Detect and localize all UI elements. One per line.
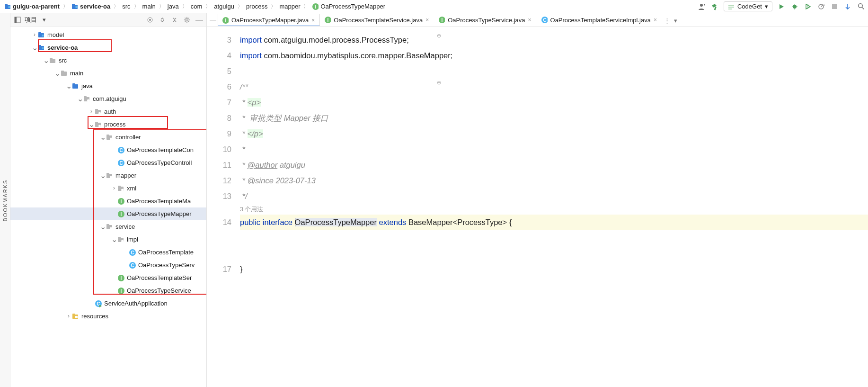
line-number[interactable] — [207, 204, 231, 215]
line-number[interactable]: 3 — [207, 32, 231, 48]
breadcrumb-item[interactable]: java — [166, 2, 180, 10]
chevron-down-icon[interactable]: ⌄ — [99, 220, 106, 233]
gear-icon[interactable] — [183, 16, 191, 24]
line-number[interactable]: 14 — [207, 215, 231, 230]
line-number[interactable]: 10 — [207, 142, 231, 157]
tree-item[interactable]: ›auth — [10, 105, 206, 118]
stop-icon[interactable] — [830, 2, 839, 11]
tree-item[interactable]: ⌄java — [10, 80, 206, 92]
tree-item[interactable]: ⌄process — [10, 118, 206, 131]
tree-item[interactable]: COaProcessTypeControll — [10, 156, 206, 169]
editor-tab[interactable]: COaProcessTemplateServiceImpl.java× — [537, 14, 662, 26]
editor-tab[interactable]: IOaProcessTemplateService.java× — [320, 14, 434, 26]
collapse-all-icon[interactable] — [170, 16, 179, 24]
tree-item[interactable]: ›xml — [10, 182, 206, 195]
fold-toggle-icon[interactable]: ⊖ — [435, 79, 442, 86]
close-tab-icon[interactable]: × — [654, 17, 657, 23]
breadcrumb-item[interactable]: guigu-oa-parent — [3, 2, 61, 10]
tree-item[interactable]: COaProcessTypeServ — [10, 259, 206, 271]
tree-item[interactable]: ⌄impl — [10, 233, 206, 246]
search-icon[interactable] — [857, 2, 865, 11]
tree-item[interactable]: ⌄src — [10, 54, 206, 67]
close-tab-icon[interactable]: × — [311, 17, 315, 24]
select-opened-file-icon[interactable] — [146, 16, 154, 24]
breadcrumb-item[interactable]: IOaProcessTypeMapper — [310, 2, 387, 10]
breadcrumb-item[interactable]: process — [245, 2, 269, 10]
line-number[interactable]: 6 — [207, 79, 231, 95]
project-tree[interactable]: ›model⌄service-oa⌄src⌄main⌄java⌄com.atgu… — [10, 27, 206, 387]
tree-item[interactable]: ›model — [10, 28, 206, 41]
editor-tab[interactable]: IOaProcessTypeMapper.java× — [218, 14, 320, 26]
close-tab-icon[interactable]: × — [528, 17, 531, 23]
line-number[interactable] — [207, 241, 231, 251]
debug-icon[interactable] — [790, 2, 799, 11]
breadcrumb-item[interactable]: main — [141, 2, 157, 10]
chevron-down-icon[interactable]: ▾ — [40, 16, 48, 24]
profiler-icon[interactable]: ▾ — [817, 2, 825, 11]
chevron-right-icon[interactable]: › — [31, 28, 38, 41]
tree-item[interactable]: ›resources — [10, 310, 206, 323]
line-number[interactable]: 4 — [207, 48, 231, 63]
breadcrumb-item[interactable]: service-oa — [70, 2, 112, 10]
line-number[interactable]: 5 — [207, 63, 231, 79]
chevron-down-icon[interactable]: ⌄ — [99, 169, 106, 182]
chevron-down-icon[interactable]: ⌄ — [54, 67, 61, 80]
tree-item[interactable]: COaProcessTemplate — [10, 246, 206, 259]
project-view-icon[interactable] — [13, 16, 22, 24]
hide-panel-icon[interactable]: — — [195, 16, 204, 24]
code-area[interactable]: import com.atguigu.model.process.Process… — [240, 27, 868, 387]
line-number[interactable]: 9 — [207, 126, 231, 142]
user-icon[interactable]: ▾ — [697, 2, 706, 11]
expand-all-icon[interactable] — [158, 16, 167, 24]
line-number[interactable]: 17 — [207, 261, 231, 277]
line-number[interactable]: 8 — [207, 110, 231, 126]
editor-tab[interactable]: IOaProcessTypeService.java× — [434, 14, 536, 26]
line-number[interactable]: 11 — [207, 157, 231, 173]
usage-hint[interactable]: 3 个用法 — [240, 204, 868, 215]
chevron-down-icon[interactable]: ⌄ — [65, 80, 72, 92]
line-number[interactable]: 12 — [207, 173, 231, 189]
tree-item[interactable]: IOaProcessTemplateMa — [10, 195, 206, 207]
chevron-down-icon[interactable]: ⌄ — [43, 54, 49, 67]
breadcrumb-item[interactable]: mapper — [278, 2, 301, 10]
chevron-down-icon[interactable]: ⌄ — [99, 131, 106, 144]
tree-item[interactable]: ⌄controller — [10, 131, 206, 144]
run-config-combo[interactable]: CodeGet ▾ — [724, 1, 772, 11]
close-tab-icon[interactable]: × — [425, 17, 429, 23]
chevron-down-icon[interactable]: ⌄ — [31, 41, 38, 54]
tree-item[interactable]: ⌄service-oa — [10, 41, 206, 54]
chevron-right-icon[interactable]: › — [65, 310, 72, 323]
line-number[interactable] — [207, 230, 231, 241]
tree-item[interactable]: IOaProcessTypeService — [10, 284, 206, 297]
line-number[interactable] — [207, 251, 231, 261]
line-number[interactable]: 7 — [207, 95, 231, 110]
tree-item[interactable]: IOaProcessTypeMapper — [10, 207, 206, 220]
breadcrumb-item[interactable]: atguigu — [213, 2, 236, 10]
chevron-down-icon[interactable]: ⌄ — [77, 92, 83, 105]
breadcrumb-item[interactable]: com — [189, 2, 204, 10]
hammer-build-icon[interactable] — [710, 2, 719, 11]
hide-tabs-icon[interactable]: — — [208, 13, 218, 26]
vcs-update-icon[interactable] — [843, 2, 852, 11]
breadcrumb-item[interactable]: src — [121, 2, 132, 10]
run-icon[interactable] — [777, 2, 786, 11]
editor-gutter[interactable]: 3456789101112131417 — [207, 27, 240, 387]
coverage-icon[interactable] — [804, 2, 812, 11]
fold-toggle-icon[interactable]: ⊖ — [435, 219, 442, 226]
fold-toggle-icon[interactable]: ⊖ — [435, 32, 442, 39]
left-tool-strip[interactable]: BOOKMARKS — [0, 13, 10, 387]
line-number[interactable]: 13 — [207, 189, 231, 204]
chevron-right-icon[interactable]: › — [88, 105, 95, 118]
tree-item[interactable]: ⌄main — [10, 67, 206, 80]
tree-item[interactable]: ⌄com.atguigu — [10, 92, 206, 105]
tree-item[interactable]: COaProcessTemplateCon — [10, 144, 206, 156]
tabs-dropdown-icon[interactable]: ▾ — [672, 15, 679, 26]
tree-item[interactable]: ⌄service — [10, 220, 206, 233]
tree-item[interactable]: ⌄mapper — [10, 169, 206, 182]
tabs-more-icon[interactable]: ⋮ — [662, 15, 672, 26]
chevron-down-icon[interactable]: ⌄ — [111, 233, 117, 246]
tree-item[interactable]: CServiceAuthApplication — [10, 297, 206, 310]
chevron-down-icon[interactable]: ⌄ — [88, 118, 95, 131]
tree-item[interactable]: IOaProcessTemplateSer — [10, 271, 206, 284]
chevron-right-icon[interactable]: › — [111, 182, 117, 195]
